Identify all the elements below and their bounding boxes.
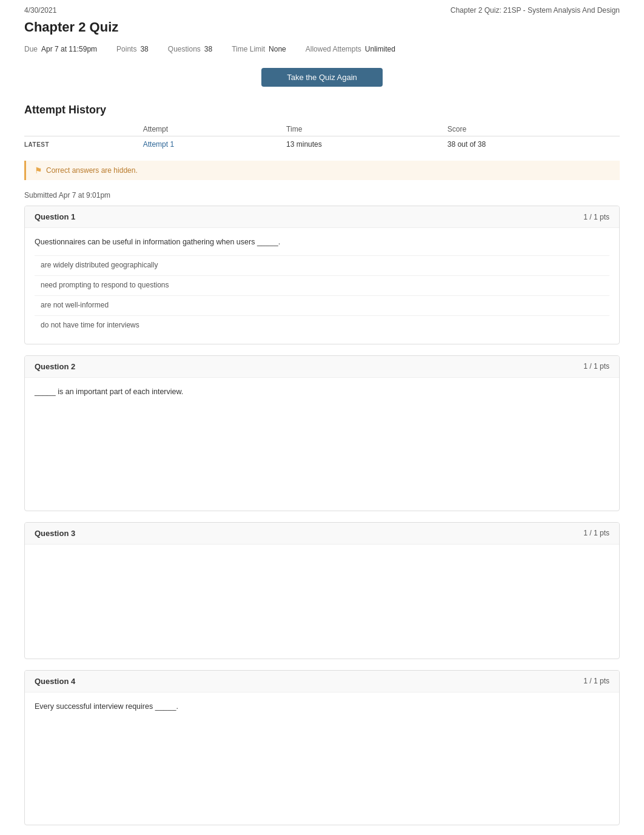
notice-bar: ⚑ Correct answers are hidden.	[24, 161, 620, 180]
page-title: Chapter 2 Quiz	[0, 17, 644, 41]
attempt-score: 38 out of 38	[448, 136, 620, 153]
table-row: LATEST Attempt 1 13 minutes 38 out of 38	[24, 136, 620, 153]
answer-option: do not have time for interviews	[35, 315, 609, 334]
due-item: Due Apr 7 at 11:59pm	[24, 45, 97, 53]
questions-value: 38	[204, 45, 212, 53]
points-item: Points 38	[116, 45, 149, 53]
question-number: Question 1	[35, 212, 75, 221]
latest-badge: LATEST	[24, 141, 49, 148]
submitted-text: Submitted Apr 7 at 9:01pm	[0, 189, 644, 206]
due-value: Apr 7 at 11:59pm	[41, 45, 97, 53]
take-quiz-button[interactable]: Take the Quiz Again	[261, 68, 383, 87]
attempt-link[interactable]: Attempt 1	[143, 140, 174, 149]
attempt-history-title: Attempt History	[24, 104, 620, 116]
answer-option: need prompting to respond to questions	[35, 275, 609, 294]
course-title: Chapter 2 Quiz: 21SP - System Analysis A…	[451, 6, 620, 15]
question-pts: 1 / 1 pts	[583, 362, 609, 371]
points-value: 38	[140, 45, 148, 53]
time-limit-item: Time Limit None	[232, 45, 286, 53]
col-score: Score	[448, 122, 620, 136]
points-label: Points	[116, 45, 136, 53]
question-block: Question 1 1 / 1 pts Questionnaires can …	[24, 206, 620, 344]
question-body: Questionnaires can be useful in informat…	[25, 228, 619, 344]
time-limit-value: None	[269, 45, 286, 53]
answer-option: are not well-informed	[35, 295, 609, 314]
col-time: Time	[286, 122, 448, 136]
allowed-attempts-label: Allowed Attempts	[306, 45, 361, 53]
question-body	[25, 545, 619, 659]
allowed-attempts-value: Unlimited	[365, 45, 395, 53]
notice-text: Correct answers are hidden.	[46, 166, 138, 175]
question-number: Question 2	[35, 362, 75, 371]
question-pts: 1 / 1 pts	[583, 529, 609, 537]
answer-option: are widely distributed geographically	[35, 255, 609, 274]
notice-icon: ⚑	[35, 166, 42, 175]
allowed-attempts-item: Allowed Attempts Unlimited	[306, 45, 395, 53]
questions-label: Questions	[168, 45, 201, 53]
question-pts: 1 / 1 pts	[583, 677, 609, 685]
question-block: Question 3 1 / 1 pts	[24, 522, 620, 659]
meta-bar: Due Apr 7 at 11:59pm Points 38 Questions…	[0, 41, 644, 57]
attempt-table: Attempt Time Score LATEST Attempt 1 13 m…	[24, 122, 620, 152]
question-header: Question 1 1 / 1 pts	[25, 206, 619, 228]
due-label: Due	[24, 45, 38, 53]
questions-area: Question 1 1 / 1 pts Questionnaires can …	[0, 206, 644, 825]
question-pts: 1 / 1 pts	[583, 213, 609, 221]
questions-item: Questions 38	[168, 45, 212, 53]
question-text: Every successful interview requires ____…	[35, 701, 609, 713]
attempt-history-section: Attempt History Attempt Time Score LATES…	[0, 98, 644, 152]
question-number: Question 4	[35, 677, 75, 686]
question-body: Every successful interview requires ____…	[25, 692, 619, 825]
question-header: Question 2 1 / 1 pts	[25, 356, 619, 378]
question-body: _____ is an important part of each inter…	[25, 378, 619, 511]
attempt-time: 13 minutes	[286, 136, 448, 153]
question-text: Questionnaires can be useful in informat…	[35, 236, 609, 248]
question-number: Question 3	[35, 529, 75, 538]
question-text: _____ is an important part of each inter…	[35, 386, 609, 398]
question-header: Question 4 1 / 1 pts	[25, 671, 619, 692]
question-block: Question 4 1 / 1 pts Every successful in…	[24, 670, 620, 826]
col-attempt: Attempt	[143, 122, 286, 136]
question-block: Question 2 1 / 1 pts _____ is an importa…	[24, 355, 620, 511]
time-limit-label: Time Limit	[232, 45, 265, 53]
col-badge	[24, 122, 143, 136]
question-header: Question 3 1 / 1 pts	[25, 523, 619, 545]
date-label: 4/30/2021	[24, 6, 56, 15]
